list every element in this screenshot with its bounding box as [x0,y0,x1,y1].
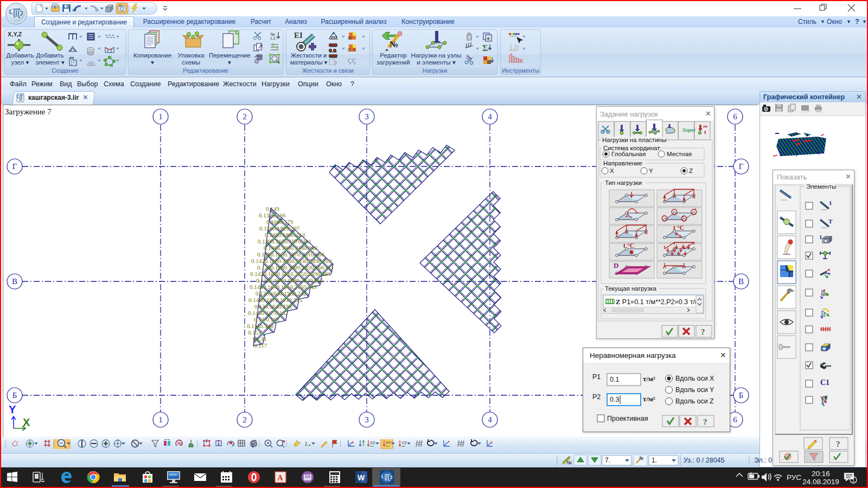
svg-text:0.1420.1660.1800.2140.2490.283: 0.1420.1660.1800.2140.2490.283 [251,258,332,264]
svg-text:0.1140.148: 0.1140.148 [247,323,274,329]
svg-text:0.1290.1630.1970.231: 0.1290.1630.1970.231 [258,238,311,245]
svg-text:0.1320.166: 0.1320.166 [259,212,286,219]
svg-text:0.1660.179: 0.1660.179 [266,219,293,225]
svg-text:1.2): 1.2) [509,44,519,50]
svg-text:В: В [12,277,17,286]
svg-text:Г: Г [12,162,17,171]
svg-text:t °C: t °C [673,224,684,232]
svg-text:1: 1 [852,478,854,483]
svg-text:0.1430.1670.182: 0.1430.1670.182 [248,310,288,316]
svg-text:Г: Г [739,162,744,171]
svg-text:0.1430.1670.1810.215: 0.1430.1670.1810.215 [248,297,303,303]
svg-text:XY: XY [386,440,391,445]
svg-text:РУС: РУС [787,473,801,481]
svg-text:2: 2 [242,415,247,424]
svg-text:0.1460.1800.2140.248: 0.1460.1800.2140.248 [264,245,318,251]
svg-text:Б: Б [12,391,17,400]
svg-text:P2: P2 [592,393,601,401]
svg-text:7.: 7. [605,457,610,464]
svg-text:Вдоль оси Y: Вдоль оси Y [675,386,714,394]
svg-text:0.1: 0.1 [610,376,619,383]
svg-text:0.1290.1630.1980.2320.266 0.3: 0.1290.1630.1980.2320.266 0.3 [257,264,334,271]
svg-text:Тип нагрузки: Тип нагрузки [605,179,642,186]
svg-text:0.117: 0.117 [254,342,267,349]
svg-text:0.149: 0.149 [266,206,279,212]
svg-text:1: 1 [158,112,163,121]
svg-text:1,2,: 1,2, [270,36,277,40]
svg-text:2: 2 [242,112,247,121]
svg-text:XZ: XZ [370,440,375,445]
svg-text:В: В [738,277,744,286]
svg-text:X: X [610,168,614,174]
svg-text:YZ: YZ [401,440,407,445]
svg-text:t: t [704,129,706,135]
svg-text:...: ... [782,456,786,461]
svg-text:№: № [566,460,572,465]
svg-text:Уз.: 0 / 28045: Уз.: 0 / 28045 [684,457,725,464]
svg-text:т/м²: т/м² [643,375,655,383]
svg-text:0.1350.1640.1980.2320.266: 0.1350.1640.1980.2320.266 [256,277,323,284]
svg-text:0.134: 0.134 [253,336,266,342]
svg-text:T: T [828,218,833,224]
svg-text:0.3: 0.3 [610,396,619,403]
svg-text:...: ... [663,331,667,336]
svg-text:Y: Y [9,403,16,415]
svg-text:0: 0 [825,395,827,401]
svg-text:Y: Y [649,168,653,174]
svg-text:0.151: 0.151 [248,329,261,336]
svg-text:Super: Super [682,127,696,133]
svg-text:0.1460.1800.214: 0.1460.1800.214 [265,232,305,238]
svg-text:Загружение 7: Загружение 7 [5,107,52,116]
svg-text:Вдоль оси X: Вдоль оси X [675,375,714,382]
svg-text:Текущая нагрузка: Текущая нагрузка [605,285,656,292]
svg-text:C1: C1 [820,378,829,387]
svg-text:X: X [23,416,30,428]
svg-text:C: C [348,47,352,53]
svg-text:0.1560.1820.197: 0.1560.1820.197 [259,225,300,232]
svg-text:C: C [348,35,352,41]
svg-text:...: ... [831,456,835,461]
svg-text:Вдоль оси Z: Вдоль оси Z [675,397,714,405]
svg-text:L: L [304,440,308,447]
svg-text:Проективная: Проективная [607,415,648,422]
svg-text:?: ? [703,418,707,426]
svg-text:0.130.1640.1980.232: 0.130.1640.1980.232 [256,290,307,297]
svg-text:D: D [614,261,618,269]
svg-text:Нагрузки на пластины: Нагрузки на пластины [602,137,666,143]
svg-text:Глобальная: Глобальная [611,151,646,157]
svg-text:0.1290.1630.1970.2310.266: 0.1290.1630.1970.2310.266 [257,251,324,258]
svg-text:3: 3 [365,415,369,424]
svg-text:20:16: 20:16 [812,470,830,478]
svg-text:0.13 0.165: 0.13 0.165 [254,316,279,323]
svg-text:t °C: t °C [623,242,634,249]
svg-text:т/м²: т/м² [643,395,655,403]
svg-text:?: ? [701,328,705,336]
svg-text:1.: 1. [652,457,657,464]
svg-text:Направление: Направление [603,160,642,166]
svg-text:№: № [390,40,398,49]
svg-text:1: 1 [158,415,163,424]
svg-text:4: 4 [488,112,492,121]
svg-text:Z: Z [689,168,693,174]
svg-text:4: 4 [488,415,492,424]
svg-text:3: 3 [365,112,369,121]
svg-text:ÇÇ: ÇÇ [348,57,356,65]
svg-text:?: ? [334,60,337,66]
svg-text:EI: EI [294,31,303,40]
svg-text:Z P1=0.1 т/м**2,P2=0.3 т/м*: Z P1=0.1 т/м**2,P2=0.3 т/м* [616,298,702,306]
svg-text:Σ: Σ [482,43,488,53]
svg-text:0.1420.1660.1810.2150.2490.283: 0.1420.1660.1810.2150.2490.283 [250,271,331,277]
svg-text:0.130.1640.198: 0.130.1640.198 [254,303,292,310]
svg-text:6: 6 [733,415,737,424]
svg-text:6: 6 [733,112,737,121]
svg-text:?: ? [836,440,840,448]
svg-text:Местная: Местная [667,151,692,157]
svg-text:P1: P1 [592,373,601,381]
svg-text:W: W [358,473,365,482]
svg-text:0.1430.1670.1810.2150.249: 0.1430.1670.1810.2150.249 [250,284,317,290]
svg-text:lenovo: lenovo [170,473,177,476]
svg-text:A: A [277,473,283,482]
svg-text:1: 1 [819,234,822,240]
svg-text:Б: Б [739,391,744,400]
svg-text:24.08.2019: 24.08.2019 [802,478,839,486]
